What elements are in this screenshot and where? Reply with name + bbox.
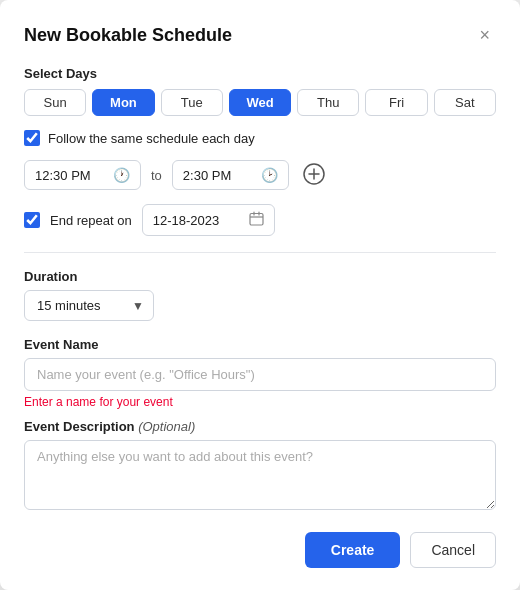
end-time-wrap: 🕑	[172, 160, 289, 190]
end-repeat-date-input[interactable]	[153, 213, 243, 228]
create-button[interactable]: Create	[305, 532, 401, 568]
select-days-label: Select Days	[24, 66, 496, 81]
new-bookable-schedule-modal: New Bookable Schedule × Select Days Sun …	[0, 0, 520, 590]
time-range-row: 🕐 to 🕑	[24, 160, 496, 190]
event-description-input[interactable]	[24, 440, 496, 510]
close-button[interactable]: ×	[473, 24, 496, 46]
start-time-input[interactable]	[35, 168, 107, 183]
time-separator: to	[151, 168, 162, 183]
event-name-section: Event Name Enter a name for your event	[24, 337, 496, 409]
same-schedule-row: Follow the same schedule each day	[24, 130, 496, 146]
modal-header: New Bookable Schedule ×	[24, 24, 496, 46]
end-repeat-label[interactable]: End repeat on	[50, 213, 132, 228]
duration-select-wrap: 15 minutes 30 minutes 45 minutes 1 hour …	[24, 290, 154, 321]
section-divider	[24, 252, 496, 253]
start-time-wrap: 🕐	[24, 160, 141, 190]
add-circle-icon	[303, 163, 325, 185]
calendar-icon	[249, 211, 264, 229]
same-schedule-label[interactable]: Follow the same schedule each day	[48, 131, 255, 146]
modal-title: New Bookable Schedule	[24, 25, 232, 46]
svg-rect-3	[250, 214, 263, 226]
event-name-label: Event Name	[24, 337, 496, 352]
day-wed[interactable]: Wed	[229, 89, 291, 116]
end-repeat-date-wrap	[142, 204, 275, 236]
end-repeat-checkbox[interactable]	[24, 212, 40, 228]
modal-footer: Create Cancel	[24, 532, 496, 568]
add-time-button[interactable]	[299, 161, 329, 190]
duration-select[interactable]: 15 minutes 30 minutes 45 minutes 1 hour	[24, 290, 154, 321]
duration-section: Duration 15 minutes 30 minutes 45 minute…	[24, 269, 496, 321]
day-sun[interactable]: Sun	[24, 89, 86, 116]
duration-label: Duration	[24, 269, 496, 284]
end-time-input[interactable]	[183, 168, 255, 183]
cancel-button[interactable]: Cancel	[410, 532, 496, 568]
days-row: Sun Mon Tue Wed Thu Fri Sat	[24, 89, 496, 116]
start-clock-icon: 🕐	[113, 167, 130, 183]
event-name-error: Enter a name for your event	[24, 395, 496, 409]
end-clock-icon: 🕑	[261, 167, 278, 183]
day-tue[interactable]: Tue	[161, 89, 223, 116]
day-thu[interactable]: Thu	[297, 89, 359, 116]
event-name-input[interactable]	[24, 358, 496, 391]
day-mon[interactable]: Mon	[92, 89, 154, 116]
end-repeat-row: End repeat on	[24, 204, 496, 236]
day-sat[interactable]: Sat	[434, 89, 496, 116]
same-schedule-checkbox[interactable]	[24, 130, 40, 146]
day-fri[interactable]: Fri	[365, 89, 427, 116]
event-description-label: Event Description (Optional)	[24, 419, 496, 434]
event-description-section: Event Description (Optional)	[24, 419, 496, 514]
